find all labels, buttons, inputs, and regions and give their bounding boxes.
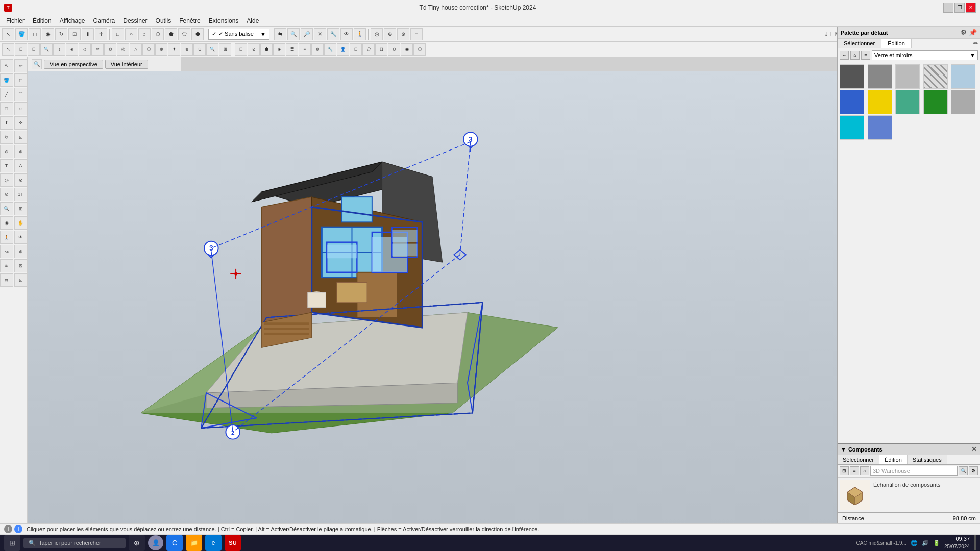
square-tool[interactable]: □ <box>112 28 124 40</box>
material-cell-6[interactable] <box>840 90 864 114</box>
nav-btn-3[interactable]: 🔎 <box>301 28 313 40</box>
sb-push[interactable]: ⬆ <box>0 116 13 130</box>
taskbar-battery-icon[interactable]: 🔋 <box>933 540 940 546</box>
sb-pan[interactable]: ✋ <box>14 216 28 230</box>
sb-protractor[interactable]: ◎ <box>0 173 13 187</box>
minimize-button[interactable]: — <box>943 3 953 13</box>
t2-btn-20[interactable]: ⊘ <box>248 43 260 56</box>
push-pull-tool[interactable]: ⬆ <box>82 28 94 40</box>
t2-btn-26[interactable]: 🔧 <box>324 43 336 56</box>
composants-close-icon[interactable]: ✕ <box>971 445 977 453</box>
perspective-button[interactable]: Vue en perspective <box>44 60 103 69</box>
t2-btn-4[interactable]: 🔍 <box>40 43 53 56</box>
sb-paint[interactable]: 🪣 <box>0 73 13 87</box>
taskbar-network-icon[interactable]: 🌐 <box>911 540 918 546</box>
t2-btn-5[interactable]: ↕ <box>53 43 65 56</box>
t2-btn-19[interactable]: ⊡ <box>235 43 247 56</box>
sb-walk[interactable]: 🚶 <box>0 231 13 244</box>
comp-tab-statistiques[interactable]: Statistiques <box>908 455 947 464</box>
house-icon-btn[interactable]: ⌂ <box>138 28 151 40</box>
measure-tool[interactable]: ◉ <box>42 28 54 40</box>
sb-orbit[interactable]: ◉ <box>0 216 13 230</box>
comp-tab-edition[interactable]: Édition <box>879 455 908 464</box>
sb-follow[interactable]: ↝ <box>0 245 13 258</box>
t2-btn-14[interactable]: ✦ <box>168 43 180 56</box>
t2-btn-25[interactable]: ⊛ <box>311 43 324 56</box>
t2-btn-24[interactable]: ≡ <box>299 43 311 56</box>
taskbar-chrome-icon[interactable]: C <box>166 535 183 551</box>
t2-btn-1[interactable]: ↖ <box>2 43 14 56</box>
mat-detail-btn[interactable]: ≡ <box>861 51 870 60</box>
menu-camera[interactable]: Caméra <box>89 16 119 26</box>
t2-btn-18[interactable]: ⊞ <box>219 43 231 56</box>
t2-btn-10[interactable]: ◎ <box>117 43 129 56</box>
material-cell-10[interactable] <box>951 90 975 114</box>
sb-axis[interactable]: ⊗ <box>14 173 28 187</box>
t2-btn-6[interactable]: ◈ <box>66 43 78 56</box>
material-cell-12[interactable] <box>868 115 892 140</box>
move-tool[interactable]: ✛ <box>95 28 107 40</box>
palette-settings-icon[interactable]: ⚙ <box>961 29 967 36</box>
material-cell-5[interactable] <box>951 64 975 89</box>
t2-btn-30[interactable]: ⊟ <box>375 43 387 56</box>
sb-zoomext[interactable]: ⊞ <box>14 202 28 215</box>
nav-btn-2[interactable]: 🔍 <box>287 28 300 40</box>
view-search-btn[interactable]: 🔍 <box>32 59 42 69</box>
menu-edition[interactable]: Édition <box>29 16 56 26</box>
t2-btn-7[interactable]: ◇ <box>79 43 91 56</box>
close-button[interactable]: ✕ <box>966 3 976 13</box>
t2-btn-11[interactable]: △ <box>130 43 142 56</box>
material-cell-4[interactable] <box>923 64 948 89</box>
sb-scale[interactable]: ⊡ <box>14 131 28 144</box>
menu-outils[interactable]: Outils <box>152 16 176 26</box>
sb-extra3[interactable]: ≋ <box>0 273 13 287</box>
sb-rotate[interactable]: ↻ <box>0 131 13 144</box>
tag-dropdown[interactable]: ✓ ✓ Sans balise ▼ <box>208 29 270 40</box>
composants-collapse-icon[interactable]: ▼ <box>841 446 846 453</box>
taskbar-sketchup-icon[interactable]: SU <box>225 535 241 551</box>
comp-search-input[interactable]: 3D Warehouse <box>870 466 958 476</box>
taskbar-edge-icon[interactable]: e <box>205 535 222 551</box>
mat-home-btn[interactable]: ⌂ <box>850 51 860 60</box>
taskbar-explorer-icon[interactable]: 📁 <box>186 535 202 551</box>
paint-tool[interactable]: 🪣 <box>15 28 28 40</box>
t2-btn-8[interactable]: ✏ <box>91 43 104 56</box>
t2-btn-2[interactable]: ⊞ <box>15 43 27 56</box>
t2-btn-21[interactable]: ⬟ <box>260 43 273 56</box>
comp-home-btn[interactable]: ⌂ <box>860 466 869 475</box>
erase-tool[interactable]: ◻ <box>29 28 41 40</box>
t2-btn-31[interactable]: ⊙ <box>388 43 400 56</box>
comp-tab-selectionner[interactable]: Sélectionner <box>838 455 879 464</box>
t2-btn-12[interactable]: ⬡ <box>142 43 155 56</box>
t2-btn-17[interactable]: 🔍 <box>206 43 218 56</box>
t2-btn-3[interactable]: ⊟ <box>28 43 40 56</box>
nav-btn-6[interactable]: 👁 <box>340 28 353 40</box>
sb-move[interactable]: ✛ <box>14 116 28 130</box>
tab-selectionner[interactable]: Sélectionner <box>838 39 881 48</box>
nav-btn-1[interactable]: ⇆ <box>274 28 286 40</box>
t2-btn-15[interactable]: ⊗ <box>181 43 193 56</box>
comp-grid-view-btn[interactable]: ⊞ <box>840 466 849 475</box>
sb-3dtext[interactable]: 3T <box>14 188 28 201</box>
material-cell-7[interactable] <box>868 90 892 114</box>
sb-circle[interactable]: ○ <box>14 102 28 115</box>
shape3-btn[interactable]: ⬟ <box>165 28 177 40</box>
style-btn-4[interactable]: ≡ <box>410 28 423 40</box>
t2-btn-16[interactable]: ⊙ <box>193 43 206 56</box>
style-btn-1[interactable]: ◎ <box>371 28 383 40</box>
t2-btn-23[interactable]: ☰ <box>286 43 298 56</box>
taskbar-volume-icon[interactable]: 🔊 <box>922 540 929 546</box>
sb-edit[interactable]: ✏ <box>14 59 28 72</box>
sb-zoom[interactable]: 🔍 <box>0 202 13 215</box>
taskbar-windows-btn[interactable]: ⊞ <box>4 535 20 551</box>
sb-text[interactable]: T <box>0 159 13 172</box>
sb-erase[interactable]: ◻ <box>14 73 28 87</box>
menu-aide[interactable]: Aide <box>242 16 263 26</box>
sb-select[interactable]: ↖ <box>0 59 13 72</box>
taskbar-user-avatar[interactable]: 👤 <box>148 535 163 550</box>
select-tool[interactable]: ↖ <box>2 28 14 40</box>
material-cell-2[interactable] <box>868 64 892 89</box>
material-category-dropdown[interactable]: Verre et miroirs ▼ <box>872 50 978 60</box>
comp-search-btn[interactable]: 🔍 <box>959 466 968 475</box>
t2-btn-28[interactable]: ⊞ <box>350 43 362 56</box>
